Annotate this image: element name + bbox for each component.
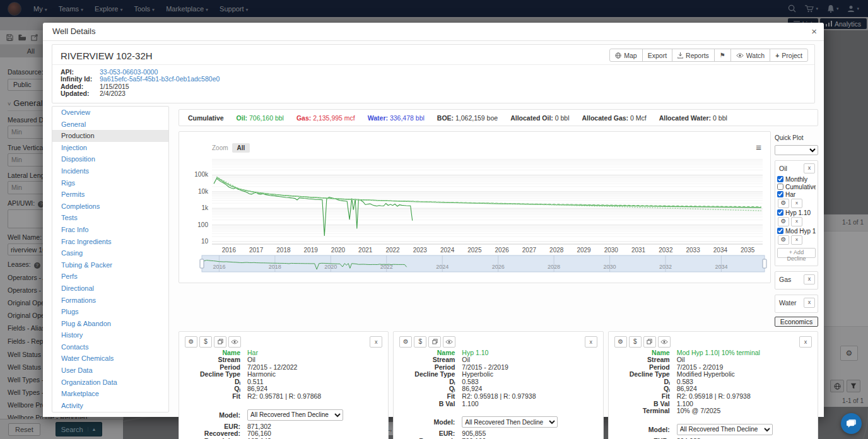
well-nav-formations[interactable]: Formations <box>52 295 168 307</box>
action-flag-button[interactable]: ⚑ <box>714 49 731 62</box>
production-chart[interactable]: 100k10k1k1001020162017201820192020202120… <box>179 153 770 283</box>
well-nav-completions[interactable]: Completions <box>52 201 168 213</box>
action-reports-button[interactable]: Reports <box>672 49 715 62</box>
decline-row-decline-type: Decline TypeHyperbolic <box>399 371 597 378</box>
panel-gear-button[interactable]: ⚙ <box>614 336 627 348</box>
checkbox-mod-hyp-1-10[interactable] <box>777 228 783 234</box>
series-toggle-cumulative[interactable]: Cumulative <box>777 184 816 190</box>
well-nav-casing[interactable]: Casing <box>52 247 168 259</box>
navigator-handle-right[interactable] <box>763 259 766 268</box>
action-export-button[interactable]: Export <box>642 49 672 62</box>
panel-gear-button[interactable]: ⚙ <box>399 336 412 348</box>
model-select[interactable]: All Recovered Then Decline <box>462 416 558 428</box>
well-nav-contacts[interactable]: Contacts <box>52 341 168 353</box>
well-nav-directional[interactable]: Directional <box>52 283 168 295</box>
quick-plot-label: Quick Plot <box>775 134 818 141</box>
chat-button[interactable] <box>841 413 862 434</box>
well-nav-injection[interactable]: Injection <box>52 142 168 154</box>
panel-dollar-button[interactable]: $ <box>414 336 426 348</box>
remove-stream-gas-button[interactable]: x <box>804 274 815 284</box>
panel-dollar-button[interactable]: $ <box>629 336 642 348</box>
checkbox-hyp-1-10[interactable] <box>777 209 783 216</box>
quick-plot-select[interactable] <box>775 145 818 155</box>
close-icon[interactable]: × <box>811 26 817 37</box>
checkbox-monthly[interactable] <box>777 176 783 182</box>
panel-close-button[interactable]: x <box>799 336 812 348</box>
well-nav-frac-ingredients[interactable]: Frac Ingredients <box>52 236 168 248</box>
panel-copy-button[interactable] <box>428 336 441 348</box>
series-toggle-mod-hyp-1-10[interactable]: Mod Hyp 1.10| <box>777 228 816 235</box>
well-nav-plugs[interactable]: Plugs <box>52 306 168 318</box>
decline-row-fit: FitR2: 0.95918 | R: 0.97938 <box>399 393 597 401</box>
well-nav-user-data[interactable]: User Data <box>52 365 168 377</box>
decline-row-fit: FitR2: 0.95781 | R: 0.97868 <box>185 393 382 401</box>
action-project-button[interactable]: +Project <box>770 49 808 62</box>
well-nav-tubing-packer[interactable]: Tubing & Packer <box>52 259 168 271</box>
panel-eye-button[interactable] <box>228 336 241 348</box>
decline-settings-button[interactable]: ⚙ <box>778 235 789 245</box>
well-nav-permits[interactable]: Permits <box>52 189 168 201</box>
remove-stream-water-button[interactable]: x <box>804 298 815 308</box>
series-toggle-har[interactable]: Har <box>777 191 816 198</box>
svg-text:2018: 2018 <box>276 247 291 254</box>
stream-box-gas: Gasx <box>775 271 818 290</box>
decline-row-d: Dᵢ0.583 <box>614 378 812 386</box>
well-nav-perfs[interactable]: Perfs <box>52 271 168 283</box>
action-watch-button[interactable]: Watch <box>730 49 770 62</box>
svg-text:2016: 2016 <box>222 247 237 254</box>
model-select[interactable]: All Recovered Then Decline <box>677 424 773 435</box>
well-info-row: Added:1/15/2015 <box>61 83 806 90</box>
panel-close-button[interactable]: x <box>370 336 382 348</box>
cumulative-water: Water: 336,478 bbl <box>368 114 425 122</box>
checkbox-har[interactable] <box>777 191 783 197</box>
economics-button[interactable]: Economics <box>775 317 818 327</box>
zoom-all-button[interactable]: All <box>232 143 250 153</box>
decline-settings-button[interactable]: ⚙ <box>778 199 789 208</box>
well-nav-overview[interactable]: Overview <box>52 107 168 119</box>
panel-eye-button[interactable] <box>443 336 455 348</box>
decline-remove-button[interactable]: x <box>791 199 802 208</box>
decline-remove-button[interactable]: x <box>791 217 802 226</box>
add-decline-button[interactable]: + Add Decline <box>777 248 816 258</box>
checkbox-cumulative[interactable] <box>777 184 783 190</box>
well-nav-general[interactable]: General <box>52 119 168 131</box>
copy-icon <box>432 339 438 344</box>
well-nav-marketplace[interactable]: Marketplace <box>52 388 168 400</box>
decline-settings-button[interactable]: ⚙ <box>778 217 789 226</box>
well-nav-activity[interactable]: Activity <box>52 400 168 412</box>
well-nav-organization-data[interactable]: Organization Data <box>52 377 168 389</box>
series-toggle-hyp-1-10[interactable]: Hyp 1.10 <box>777 209 816 216</box>
cumulative-allocated-gas: Allocated Gas: 0 Mcf <box>582 114 647 122</box>
well-nav: OverviewGeneralProductionInjectionDispos… <box>52 106 169 413</box>
stream-title-oil: Oil <box>779 165 787 172</box>
well-nav-plug-abandon[interactable]: Plug & Abandon <box>52 318 168 330</box>
well-nav-disposition[interactable]: Disposition <box>52 153 168 165</box>
info-value-updated: 2/4/2023 <box>100 90 126 97</box>
panel-eye-button[interactable] <box>658 336 671 348</box>
well-nav-incidents[interactable]: Incidents <box>52 165 168 177</box>
well-nav-water-chemicals[interactable]: Water Chemicals <box>52 353 168 365</box>
well-nav-tests[interactable]: Tests <box>52 212 168 224</box>
panel-close-button[interactable]: x <box>585 336 597 348</box>
decline-row-stream: StreamOil <box>614 356 812 364</box>
decline-remove-button[interactable]: x <box>791 235 802 245</box>
well-nav-history[interactable]: History <box>52 329 168 341</box>
gear-icon: ⚙ <box>781 236 787 243</box>
well-nav-production[interactable]: Production <box>52 130 168 142</box>
remove-stream-oil-button[interactable]: x <box>804 163 815 173</box>
panel-copy-button[interactable] <box>214 336 226 348</box>
action-map-button[interactable]: Map <box>609 49 642 62</box>
chart-menu-icon[interactable]: ≡ <box>756 142 761 153</box>
series-toggle-monthly[interactable]: Monthly <box>777 176 816 183</box>
plus-icon: + <box>775 52 779 59</box>
panel-copy-button[interactable] <box>643 336 656 348</box>
well-nav-frac-info[interactable]: Frac Info <box>52 224 168 236</box>
screen: My▾Teams▾Explore▾Tools▾Marketplace▾Suppo… <box>0 0 868 439</box>
decline-row-decline-type: Decline TypeModified Hyperbolic <box>614 371 812 378</box>
well-nav-rigs[interactable]: Rigs <box>52 177 168 189</box>
panel-dollar-button[interactable]: $ <box>199 336 212 348</box>
panel-gear-button[interactable]: ⚙ <box>185 336 197 348</box>
model-select[interactable]: All Recovered Then Decline <box>247 409 343 421</box>
gear-icon: ⚙ <box>189 338 194 345</box>
navigator-handle-left[interactable] <box>200 259 204 268</box>
